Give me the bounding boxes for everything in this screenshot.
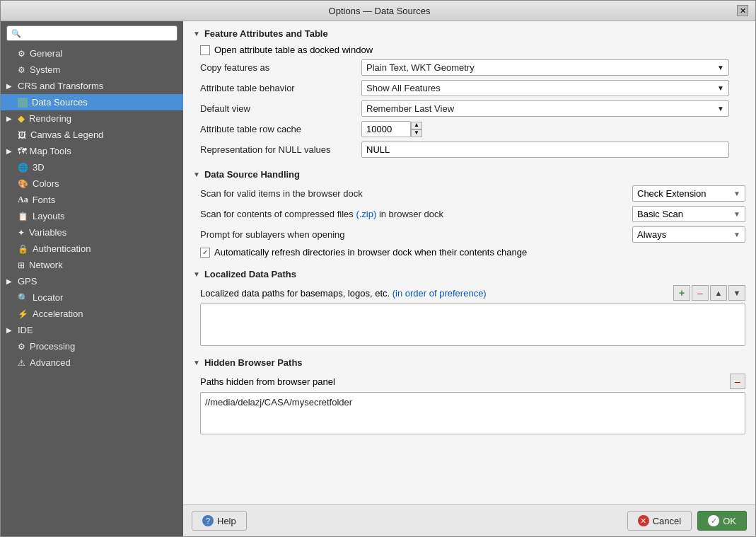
sidebar-item-acceleration[interactable]: ⚡ Acceleration [1,306,183,322]
sidebar-item-label: Rendering [29,113,71,124]
default-view-value: Remember Last View [366,103,454,114]
expand-icon: ▶ [6,277,12,285]
zip-highlight: (.zip) [356,209,376,219]
fonts-icon: Aa [18,195,28,205]
section-header-data-source-handling[interactable]: ▼ Data Source Handling [193,169,745,180]
variables-icon: ✦ [18,228,25,238]
sidebar-item-label: Colors [33,178,59,189]
section-body-localized-paths: Localized data paths for basemaps, logos… [193,285,745,346]
expand-icon: ▶ [6,147,12,155]
section-header-feature-attributes[interactable]: ▼ Feature Attributes and Table [193,28,745,39]
hidden-paths-area[interactable]: //media/delazj/CASA/mysecretfolder [200,392,745,434]
section-body-data-source-handling: Scan for valid items in the browser dock… [193,185,745,258]
close-button[interactable]: ✕ [737,5,748,16]
dropdown-icon: ▼ [717,84,724,92]
default-view-select[interactable]: Remember Last View ▼ [361,100,729,117]
sidebar-item-data-sources[interactable]: Data Sources [1,94,183,110]
sidebar-item-label: Layouts [33,211,65,221]
hidden-path-value: //media/delazj/CASA/mysecretfolder [205,397,352,408]
auto-refresh-row: ✓ Automatically refresh directories in b… [200,247,745,258]
paths-description: Localized data paths for basemaps, logos… [200,288,487,299]
section-collapse-icon: ▼ [193,270,200,278]
expand-icon: ▶ [6,326,12,334]
sidebar-item-locator[interactable]: 🔍 Locator [1,289,183,306]
add-path-button[interactable]: + [673,285,690,301]
sidebar-item-gps[interactable]: ▶ GPS [1,273,183,289]
sidebar-item-label: Canvas & Legend [30,129,103,140]
sidebar-search-box[interactable]: 🔍 [6,25,178,41]
section-header-hidden-paths[interactable]: ▼ Hidden Browser Paths [193,357,745,368]
section-hidden-paths: ▼ Hidden Browser Paths Paths hidden from… [193,357,745,434]
copy-features-select[interactable]: Plain Text, WKT Geometry ▼ [361,59,729,76]
sidebar-item-general[interactable]: ⚙ General [1,45,183,62]
scan-valid-select[interactable]: Check Extension ▼ [632,185,745,202]
help-label: Help [217,516,236,526]
scan-valid-row: Scan for valid items in the browser dock… [200,185,745,202]
attribute-behavior-select[interactable]: Show All Features ▼ [361,80,729,96]
sidebar-item-canvas-legend[interactable]: 🖼 Canvas & Legend [1,127,183,143]
dropdown-icon: ▼ [717,105,724,112]
default-view-row: Default view Remember Last View ▼ [200,100,745,117]
null-values-value: NULL [366,144,390,155]
remove-hidden-path-button[interactable]: – [730,374,745,389]
locator-icon: 🔍 [18,293,28,303]
prompt-sublayers-value: Always [637,229,666,240]
sidebar-item-label: CRS and Transforms [18,81,103,91]
dropdown-icon: ▼ [733,190,740,197]
layouts-icon: 📋 [18,212,28,221]
null-values-input[interactable]: NULL [361,142,729,158]
sidebar-item-label: IDE [18,325,33,335]
row-cache-label: Attribute table row cache [200,124,356,134]
scan-compressed-select[interactable]: Basic Scan ▼ [632,206,745,222]
section-title: Data Source Handling [204,169,300,180]
sidebar-item-3d[interactable]: 🌐 3D [1,159,183,175]
remove-path-button[interactable]: – [692,285,709,301]
help-button[interactable]: ? Help [192,511,247,531]
sidebar-item-label: Variables [29,227,66,238]
spinner-down[interactable]: ▼ [411,129,422,137]
datasource-icon [18,98,28,108]
sidebar-item-layouts[interactable]: 📋 Layouts [1,208,183,224]
move-up-button[interactable]: ▲ [710,285,727,301]
cancel-button[interactable]: ✕ Cancel [627,511,692,531]
search-input[interactable] [24,28,173,38]
help-icon: ? [202,515,214,526]
copy-features-value: Plain Text, WKT Geometry [366,62,475,73]
dropdown-icon: ▼ [733,231,740,238]
network-icon: ⊞ [18,260,25,270]
warning-icon: ⚠ [18,358,25,368]
section-header-localized-paths[interactable]: ▼ Localized Data Paths [193,269,745,279]
sidebar-item-label: Data Sources [32,97,88,108]
sidebar-item-advanced[interactable]: ⚠ Advanced [1,354,183,371]
prompt-sublayers-select[interactable]: Always ▼ [632,226,745,243]
sidebar-item-label: Acceleration [33,308,83,319]
ok-button[interactable]: ✓ OK [697,511,747,531]
sidebar-item-label: Authentication [33,243,91,254]
auto-refresh-checkbox[interactable]: ✓ [200,248,210,258]
sidebar-item-ide[interactable]: ▶ IDE [1,322,183,338]
sidebar-item-fonts[interactable]: Aa Fonts [1,192,183,208]
auto-refresh-label: Automatically refresh directories in bro… [214,247,527,258]
attribute-behavior-row: Attribute table behavior Show All Featur… [200,80,745,96]
search-icon: 🔍 [11,29,21,38]
section-collapse-icon: ▼ [193,171,200,178]
spinner-up[interactable]: ▲ [411,122,422,129]
content-scroll: ▼ Feature Attributes and Table Open attr… [183,21,755,504]
sidebar-item-rendering[interactable]: ▶ ◆ Rendering [1,110,183,127]
sidebar-item-label: GPS [18,276,37,287]
sidebar-item-authentication[interactable]: 🔒 Authentication [1,241,183,257]
sidebar-item-processing[interactable]: ⚙ Processing [1,338,183,354]
sidebar-item-colors[interactable]: 🎨 Colors [1,175,183,192]
sidebar-item-crs-transforms[interactable]: ▶ CRS and Transforms [1,78,183,94]
sidebar-item-label: ◆ [18,113,25,124]
row-cache-spinner[interactable]: ▲ ▼ [411,122,422,137]
hidden-paths-header: Paths hidden from browser panel – [200,374,745,389]
sidebar-item-network[interactable]: ⊞ Network [1,257,183,273]
sidebar-item-variables[interactable]: ✦ Variables [1,224,183,241]
localized-paths-list[interactable] [200,304,745,346]
sidebar-item-system[interactable]: ⚙ System [1,62,183,78]
move-down-button[interactable]: ▼ [728,285,745,301]
open-docked-checkbox[interactable] [200,45,210,55]
sidebar-item-map-tools[interactable]: ▶ 🗺 Map Tools [1,143,183,159]
row-cache-input[interactable]: 10000 [361,121,411,137]
